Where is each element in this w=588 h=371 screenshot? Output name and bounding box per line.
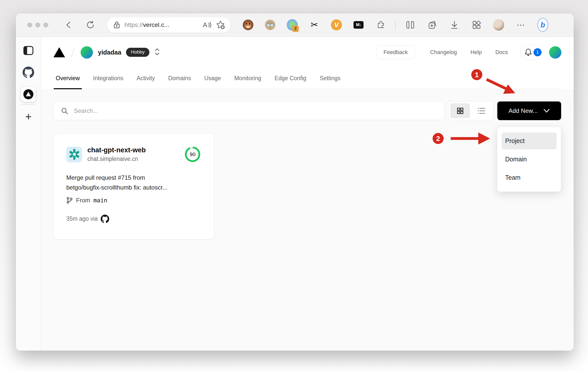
branch-row: From main xyxy=(66,197,201,204)
split-screen-icon xyxy=(405,21,415,29)
commit-line-2: betgo/bugfix-scrollthumb fix: autoscr... xyxy=(66,183,201,193)
link-docs[interactable]: Docs xyxy=(495,49,508,56)
notification-count-badge: 1 xyxy=(534,48,542,56)
feedback-button[interactable]: Feedback xyxy=(377,45,415,59)
refresh-button[interactable] xyxy=(85,20,95,30)
split-screen-button[interactable] xyxy=(405,19,416,30)
svg-text:A: A xyxy=(203,21,207,29)
deployed-time: 35m ago via xyxy=(66,215,98,222)
list-view-button[interactable] xyxy=(472,103,491,118)
vercel-logo[interactable] xyxy=(53,47,65,57)
back-button[interactable] xyxy=(64,20,74,30)
github-icon xyxy=(101,215,109,223)
refresh-icon xyxy=(86,20,95,29)
tab-activity[interactable]: Activity xyxy=(136,68,155,89)
settings-more-button[interactable]: ⋯ xyxy=(515,19,526,30)
grid-view-icon xyxy=(456,107,464,115)
openai-logo-icon xyxy=(69,149,80,160)
markdown-extension-icon[interactable]: M↓ xyxy=(353,19,364,30)
vercel-favicon xyxy=(23,89,34,100)
dropdown-item-domain[interactable]: Domain xyxy=(502,151,557,168)
persona-extension-icon[interactable] xyxy=(265,19,276,30)
team-switcher-button[interactable] xyxy=(154,48,160,57)
apps-grid-icon xyxy=(472,20,482,30)
tab-integrations[interactable]: Integrations xyxy=(93,68,124,89)
browser-profile-button[interactable] xyxy=(493,19,504,30)
dropdown-item-team[interactable]: Team xyxy=(502,169,557,186)
tab-settings[interactable]: Settings xyxy=(319,68,341,89)
minimize-window-button[interactable] xyxy=(35,23,40,27)
grid-view-button[interactable] xyxy=(450,103,470,118)
toolbar-divider xyxy=(395,21,396,29)
extensions-row: 2 ✂ V M↓ xyxy=(237,19,548,30)
person-face-icon xyxy=(265,20,275,30)
vercel-dashboard: yidadaa Hobby Feedback Changelog Help Do… xyxy=(41,37,574,351)
scissors-extension-icon[interactable]: ✂ xyxy=(309,19,320,30)
bell-icon xyxy=(524,48,533,57)
tab-github[interactable] xyxy=(21,65,36,80)
tab-domains[interactable]: Domains xyxy=(168,68,192,89)
downloads-button[interactable] xyxy=(449,19,460,30)
team-name: yidadaa xyxy=(98,49,121,56)
add-new-label: Add New... xyxy=(508,107,538,114)
bing-icon: b xyxy=(537,18,548,32)
browser-window: https://vercel.c... A 2 xyxy=(16,13,574,351)
link-changelog[interactable]: Changelog xyxy=(430,49,457,56)
dashboard-tabs: Overview Integrations Activity Domains U… xyxy=(53,68,561,89)
ellipsis-icon: ⋯ xyxy=(516,20,525,30)
list-view-icon xyxy=(478,107,486,114)
address-bar[interactable]: https://vercel.c... A xyxy=(107,17,230,33)
view-toggle xyxy=(448,101,493,120)
chevron-up-down-icon xyxy=(154,48,160,56)
markdown-download-icon: M↓ xyxy=(354,21,364,29)
bing-chat-button[interactable]: b xyxy=(537,19,548,30)
tab-usage[interactable]: Usage xyxy=(204,68,221,89)
score-value: 90 xyxy=(184,146,201,163)
add-new-button[interactable]: Add New... xyxy=(497,101,561,120)
extensions-menu-button[interactable] xyxy=(375,19,386,30)
v-icon: V xyxy=(331,19,342,30)
profile-switcher-extension-icon[interactable]: 2 xyxy=(287,19,298,30)
browser-sidebar: + xyxy=(16,37,41,351)
plus-icon: + xyxy=(25,111,32,122)
traffic-lights xyxy=(27,23,48,27)
tab-edge-config[interactable]: Edge Config xyxy=(274,68,307,89)
close-window-button[interactable] xyxy=(27,23,32,27)
tab-vercel-active[interactable] xyxy=(21,87,36,102)
monkey-icon xyxy=(243,20,253,30)
read-aloud-icon[interactable]: A xyxy=(202,21,212,29)
url-host: vercel.c... xyxy=(143,21,169,28)
team-avatar[interactable] xyxy=(81,46,93,59)
zoom-window-button[interactable] xyxy=(43,23,48,27)
dashboard-header: yidadaa Hobby Feedback Changelog Help Do… xyxy=(41,37,574,89)
score-gauge: 90 xyxy=(184,146,201,163)
link-help[interactable]: Help xyxy=(471,49,482,56)
sidebar-toggle-button[interactable] xyxy=(21,43,36,58)
chevron-down-icon xyxy=(543,109,550,113)
puzzle-piece-icon xyxy=(376,20,386,30)
sidebar-divider xyxy=(21,104,36,105)
apps-button[interactable] xyxy=(471,19,482,30)
search-input[interactable] xyxy=(74,107,437,114)
back-arrow-icon xyxy=(65,21,73,29)
project-domain[interactable]: chat.simplenaive.cn xyxy=(87,156,146,162)
breadcrumb-slash xyxy=(71,47,75,58)
user-avatar[interactable] xyxy=(549,46,561,59)
tampermonkey-extension-icon[interactable] xyxy=(243,19,254,30)
commit-message[interactable]: Merge pull request #715 from betgo/bugfi… xyxy=(66,173,201,193)
overview-content: Add New... xyxy=(41,89,574,351)
notifications-button[interactable]: 1 xyxy=(520,45,544,60)
favorites-star-icon[interactable] xyxy=(215,20,225,30)
project-name[interactable]: chat-gpt-next-web xyxy=(87,146,146,154)
tab-overview[interactable]: Overview xyxy=(55,68,80,89)
new-tab-button[interactable]: + xyxy=(21,110,36,123)
tab-monitoring[interactable]: Monitoring xyxy=(234,68,262,89)
profile-count-badge: 2 xyxy=(292,25,299,32)
dropdown-item-project[interactable]: Project xyxy=(502,132,557,149)
collections-button[interactable] xyxy=(427,19,438,30)
search-icon xyxy=(61,107,68,115)
project-card[interactable]: chat-gpt-next-web chat.simplenaive.cn 90 xyxy=(53,133,214,239)
add-new-dropdown: Project Domain Team xyxy=(497,127,561,192)
project-favicon xyxy=(66,147,82,162)
v-extension-icon[interactable]: V xyxy=(331,19,342,30)
